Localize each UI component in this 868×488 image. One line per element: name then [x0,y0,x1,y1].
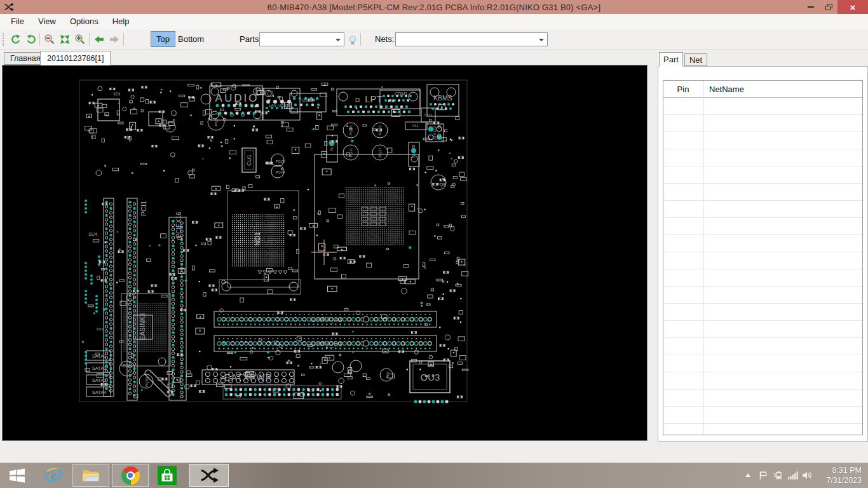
nets-combobox[interactable] [395,32,548,46]
window-title: 60-MIB470-A38 [Model:P5KPL-CM Rev:2.01G … [0,3,868,12]
chrome-ball [121,466,140,485]
taskbar-app-windows-store-icon[interactable] [156,464,178,487]
table-body [663,98,862,435]
menu-file[interactable]: File [4,14,31,29]
svg-text:PL1: PL1 [412,124,419,128]
table-row [663,115,862,132]
zoom-in-icon[interactable] [72,32,88,47]
close-button[interactable]: × [837,0,868,14]
svg-text:PQ10: PQ10 [349,125,353,135]
start-button[interactable] [4,465,31,485]
svg-text:PQ8: PQ8 [437,182,445,187]
table-row [663,184,862,201]
highlight-bulb-icon[interactable] [345,32,360,48]
taskbar-app-internet-explorer-icon[interactable]: e [39,464,67,487]
top-layer-button[interactable]: Top [151,31,175,47]
parts-label: Parts: [240,34,261,44]
table-row [663,304,862,321]
svg-text:CU1: CU1 [246,154,252,166]
taskbar: e 8:31 PM 7/31/2023 [0,463,868,488]
menu-options[interactable]: Options [63,14,105,29]
table-row [663,201,862,218]
svg-text:SATA2: SATA2 [92,377,107,383]
taskbar-clock[interactable]: 8:31 PM 7/31/2023 [812,465,862,485]
svg-text:SATA3: SATA3 [92,365,107,371]
svg-text:AUDIO: AUDIO [215,92,259,104]
svg-text:PQ24: PQ24 [276,170,285,174]
svg-text:PL4: PL4 [330,144,334,151]
svg-text:PQB1: PQB1 [145,376,149,387]
toolbar: Top Bottom Parts: Nets: [0,29,868,50]
chevron-down-icon [539,39,544,41]
table-row [663,338,862,355]
pcb-board-view[interactable]: AUDIOLAN_USB12USB34LPTCOM1KBMSCU2PL1ATX1… [3,66,647,440]
rotate-ccw-icon[interactable] [8,32,23,47]
table-header: Pin NetName [663,81,862,98]
svg-text:COM1: COM1 [395,92,407,96]
table-row [663,98,862,115]
chevron-down-icon [336,39,341,41]
minimize-button[interactable] [802,0,820,14]
rotate-cw-icon[interactable] [24,32,39,47]
svg-text:DIMM_B1: DIMM_B1 [311,340,342,348]
svg-text:PL7: PL7 [412,151,416,158]
svg-text:PCIEX16: PCIEX16 [175,212,182,238]
table-row [663,269,862,287]
table-row [663,132,862,149]
table-row [663,407,862,424]
board-canvas[interactable]: AUDIOLAN_USB12USB34LPTCOM1KBMSCU2PL1ATX1… [2,65,648,441]
svg-text:DIMM_A1: DIMM_A1 [311,316,342,323]
svg-text:PCI1: PCI1 [140,201,147,216]
nav-back-icon[interactable] [92,32,107,47]
table-row [663,252,862,269]
svg-text:ND1: ND1 [254,232,261,246]
restore-button[interactable] [820,0,837,14]
volume-speaker-icon[interactable] [800,463,814,488]
svg-text:PL3: PL3 [386,371,390,378]
tray-time: 8:31 PM [812,465,862,475]
svg-text:OU3: OU3 [421,372,440,383]
zoom-out-icon[interactable] [42,32,57,47]
taskbar-app-file-explorer-icon[interactable] [72,464,109,487]
svg-text:SATA1: SATA1 [92,353,107,359]
toolbar-grip[interactable] [3,33,4,46]
table-row [663,235,862,252]
svg-text:PQ27: PQ27 [378,147,382,158]
menu-view[interactable]: View [31,14,63,29]
side-tab-net[interactable]: Net [684,53,707,66]
network-signal-icon[interactable] [786,463,800,488]
menu-help[interactable]: Help [105,14,137,29]
document-tab-bar: Главная20110123786[1] [0,50,868,65]
svg-text:SU4: SU4 [88,232,97,236]
show-hidden-chevron-icon[interactable] [741,463,755,488]
parts-combobox[interactable] [259,32,344,46]
table-row [663,166,862,184]
document-tab-active[interactable]: 20110123786[1] [40,51,111,65]
title-bar: 60-MIB470-A38 [Model:P5KPL-CM Rev:2.01G … [0,0,868,14]
zoom-fit-icon[interactable] [57,32,72,47]
app-window: 60-MIB470-A38 [Model:P5KPL-CM Rev:2.01G … [0,0,868,463]
table-row [663,149,862,166]
table-row [663,355,862,372]
nav-forward-icon[interactable] [107,32,122,47]
tray-date: 7/31/2023 [812,475,862,485]
table-row [663,287,862,304]
svg-text:PQ36: PQ36 [123,363,133,367]
svg-text:KBMS: KBMS [433,94,452,102]
side-tab-part[interactable]: Part [659,52,683,67]
taskbar-app-chrome-icon[interactable] [112,464,149,487]
action-center-flag-icon[interactable] [756,463,770,488]
taskbar-app-boardviewer-icon[interactable] [189,464,229,487]
column-header-netname[interactable]: NetName [709,81,744,98]
bottom-layer-button[interactable]: Bottom [173,31,209,47]
table-row [663,321,862,338]
svg-text:PQ26: PQ26 [378,125,382,135]
table-row [663,372,862,390]
svg-text:EASINK3: EASINK3 [139,313,146,340]
pin-net-table: Pin NetName [663,80,863,435]
column-header-pin[interactable]: Pin [663,81,703,98]
svg-text:EATXPWR: EATXPWR [224,372,272,383]
power-battery-icon[interactable] [771,463,785,488]
svg-text:PQ9: PQ9 [214,118,218,126]
svg-text:ATX12V: ATX12V [433,126,437,140]
